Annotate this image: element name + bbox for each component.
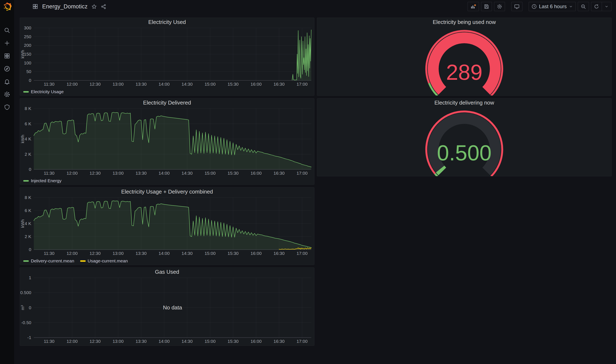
panel-title[interactable]: Electricity Used [20, 18, 314, 26]
svg-text:11:30: 11:30 [44, 339, 55, 344]
svg-text:15:00: 15:00 [205, 339, 216, 344]
panel-title[interactable]: Electricity delivering now [317, 98, 611, 106]
svg-text:4 K: 4 K [25, 221, 31, 226]
sidebar-item-create[interactable] [4, 39, 11, 47]
svg-text:16:00: 16:00 [251, 82, 262, 87]
apps-icon[interactable] [32, 3, 38, 10]
svg-text:12:30: 12:30 [90, 251, 101, 256]
svg-text:15:00: 15:00 [205, 82, 216, 87]
svg-text:kWh: kWh [20, 135, 25, 143]
zoom-out-icon [580, 4, 586, 10]
svg-text:14:30: 14:30 [181, 339, 193, 344]
svg-text:0: 0 [29, 247, 31, 252]
chart-canvas[interactable]: 02 K4 K6 K8 K11:3012:0012:3013:0013:3014… [20, 106, 314, 177]
svg-text:11:30: 11:30 [44, 171, 55, 175]
gauge: 0.500 [317, 106, 611, 176]
dashboards-icon [4, 53, 10, 59]
legend-swatch [23, 260, 29, 262]
svg-text:15:00: 15:00 [205, 171, 216, 175]
panel-gas-used: Gas Used -1-0.5000.500111:3012:0012:3013… [20, 267, 314, 346]
svg-text:1: 1 [29, 276, 31, 280]
svg-text:300: 300 [24, 26, 31, 30]
sidebar-item-alerting[interactable] [4, 78, 11, 85]
add-panel-button[interactable] [468, 2, 479, 11]
svg-text:13:00: 13:00 [113, 251, 124, 256]
clock-icon [531, 4, 537, 9]
save-dashboard-button[interactable] [481, 2, 492, 11]
time-range-picker[interactable]: Last 6 hours [529, 2, 576, 11]
panel-legend: Delivery-current.mean Usage-current.mean [20, 257, 314, 265]
panel-title[interactable]: Gas Used [20, 268, 314, 276]
legend-swatch [80, 260, 86, 262]
svg-text:13:00: 13:00 [113, 171, 124, 175]
time-range-label: Last 6 hours [539, 4, 567, 10]
svg-text:14:00: 14:00 [159, 339, 170, 344]
left-column: Electricity Used 05010015020025030011:30… [20, 18, 314, 346]
svg-text:15:30: 15:30 [228, 171, 239, 175]
save-icon [484, 4, 489, 9]
svg-text:14:30: 14:30 [181, 82, 193, 87]
legend-item[interactable]: Electricity Usage [23, 89, 64, 94]
svg-text:12:00: 12:00 [66, 171, 78, 175]
star-icon[interactable] [91, 4, 97, 10]
legend-item[interactable]: Delivery-current.mean [23, 259, 74, 263]
svg-text:6 K: 6 K [25, 121, 31, 126]
svg-text:17:00: 17:00 [296, 339, 308, 344]
search-icon [4, 27, 10, 34]
svg-text:0: 0 [29, 305, 31, 310]
legend-label: Delivery-current.mean [31, 259, 74, 263]
legend-item[interactable]: Usage-current.mean [80, 259, 128, 263]
sidebar-item-configuration[interactable] [4, 91, 11, 98]
add-panel-icon [470, 4, 476, 10]
sidebar-item-explore[interactable] [4, 65, 11, 72]
shield-icon [4, 104, 10, 110]
dashboard-settings-button[interactable] [494, 2, 505, 11]
grafana-logo[interactable] [2, 2, 12, 12]
share-icon[interactable] [101, 4, 106, 10]
sidebar-item-dashboards[interactable] [4, 52, 11, 59]
refresh-interval-dropdown[interactable] [602, 2, 611, 11]
svg-text:m³: m³ [20, 305, 25, 310]
svg-text:16:30: 16:30 [273, 82, 285, 87]
svg-text:50: 50 [26, 69, 31, 74]
svg-text:150: 150 [24, 52, 31, 56]
refresh-button[interactable] [591, 2, 602, 11]
svg-text:0.500: 0.500 [20, 290, 31, 295]
gear-icon [497, 4, 502, 9]
tv-mode-button[interactable] [511, 2, 522, 11]
legend-item[interactable]: Injected Energy [23, 178, 62, 183]
chart-canvas[interactable]: 02 K4 K6 K8 K11:3012:0012:3013:0013:3014… [20, 195, 314, 257]
svg-text:8 K: 8 K [25, 106, 31, 111]
panel-gauge-electricity-delivering-now: Electricity delivering now 0.500 [317, 98, 612, 176]
svg-text:No data: No data [163, 304, 182, 311]
panel-title[interactable]: Electricity Delivered [20, 98, 314, 106]
panel-electricity-used: Electricity Used 05010015020025030011:30… [20, 18, 314, 96]
svg-text:100: 100 [24, 60, 31, 65]
svg-text:kWh: kWh [20, 219, 25, 228]
panel-usage-delivery-combined: Electricity Usage + Delivery combined 02… [20, 187, 314, 265]
topbar: Energy_Domoticz [14, 0, 616, 13]
svg-text:16:30: 16:30 [273, 339, 285, 344]
sidebar-item-search[interactable] [4, 27, 11, 34]
panel-legend: Injected Energy [20, 177, 314, 185]
svg-text:kWh: kWh [20, 50, 25, 58]
grafana-app: Energy_Domoticz [0, 0, 616, 364]
svg-text:15:00: 15:00 [205, 251, 216, 256]
svg-text:13:30: 13:30 [136, 171, 147, 175]
dashboard-title: Energy_Domoticz [42, 3, 88, 10]
chart-canvas[interactable]: 05010015020025030011:3012:0012:3013:0013… [20, 26, 314, 88]
svg-text:0: 0 [29, 167, 31, 172]
chart-canvas[interactable]: -1-0.5000.500111:3012:0012:3013:0013:301… [20, 276, 314, 345]
panel-legend: Electricity Usage [20, 88, 314, 96]
sidebar-nav [4, 27, 11, 111]
panel-gauge-electricity-used-now: Electricity being used now 289 [317, 18, 612, 96]
svg-text:16:00: 16:00 [251, 339, 262, 344]
panel-title[interactable]: Electricity being used now [317, 18, 611, 26]
legend-label: Usage-current.mean [88, 259, 128, 263]
svg-text:16:00: 16:00 [251, 171, 262, 175]
zoom-out-time-button[interactable] [578, 2, 589, 11]
right-column: Electricity being used now 289 Electrici… [317, 18, 612, 346]
panel-title[interactable]: Electricity Usage + Delivery combined [20, 187, 314, 195]
sidebar-item-server-admin[interactable] [4, 104, 11, 111]
svg-text:13:30: 13:30 [136, 339, 147, 344]
